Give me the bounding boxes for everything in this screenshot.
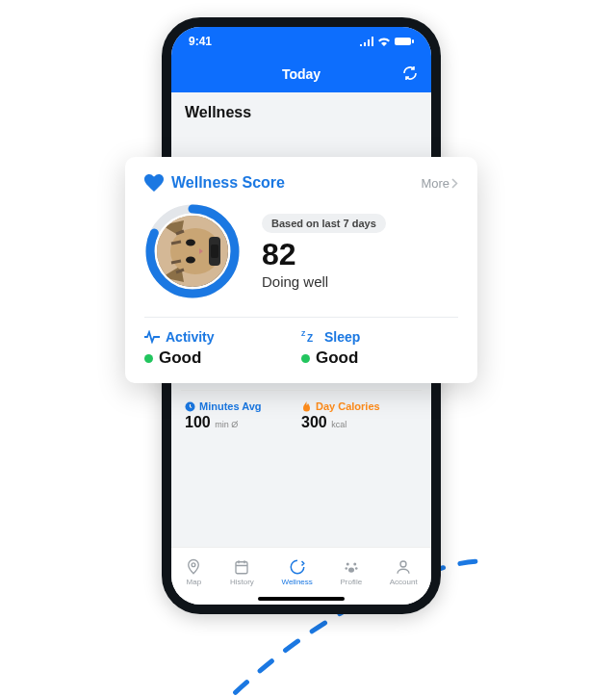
score-basis-pill: Based on last 7 days <box>262 214 386 233</box>
user-icon <box>395 558 412 576</box>
stat-label-text: Minutes Avg <box>199 400 262 412</box>
clock-icon <box>185 401 195 412</box>
refresh-icon[interactable] <box>402 65 418 81</box>
svg-point-5 <box>346 563 349 566</box>
score-value: 82 <box>262 239 386 270</box>
tab-profile[interactable]: Profile <box>340 558 362 586</box>
tab-label: History <box>230 578 254 586</box>
metric-value-text: Good <box>159 348 201 368</box>
chevron-right-icon <box>451 178 458 189</box>
tab-bar: Map History Wellness Profile Account <box>171 547 431 605</box>
more-button[interactable]: More <box>421 176 458 191</box>
stat-value-text: 300 <box>301 414 327 430</box>
divider <box>144 317 458 318</box>
card-title: Wellness Score <box>144 174 285 192</box>
nav-bar: Today <box>171 56 431 92</box>
score-text-block: Based on last 7 days 82 Doing well <box>262 214 386 290</box>
metric-label: Activity <box>166 329 215 345</box>
pet-avatar <box>157 216 228 287</box>
nav-title: Today <box>282 66 321 82</box>
stat-unit: kcal <box>331 420 346 429</box>
calendar-icon <box>233 558 250 576</box>
wifi-icon <box>377 37 391 46</box>
svg-rect-4 <box>236 562 247 574</box>
more-label: More <box>421 176 449 191</box>
svg-rect-0 <box>395 38 411 45</box>
wellness-icon <box>289 558 306 576</box>
metric-sleep[interactable]: ZZ Sleep Good <box>301 329 458 368</box>
tab-label: Wellness <box>281 578 312 586</box>
svg-rect-18 <box>211 245 218 258</box>
tab-history[interactable]: History <box>230 558 254 586</box>
tab-map[interactable]: Map <box>185 558 202 586</box>
score-status: Doing well <box>262 273 386 290</box>
tab-label: Map <box>187 578 202 586</box>
stat-label-text: Day Calories <box>316 400 380 412</box>
svg-point-3 <box>192 563 195 567</box>
stat-row: Minutes Avg 100 min Ø Day Calories 300 k… <box>181 390 422 437</box>
svg-point-15 <box>186 257 195 264</box>
stat-calories: Day Calories 300 kcal <box>301 400 418 431</box>
card-title-text: Wellness Score <box>171 174 285 192</box>
metric-value-text: Good <box>316 348 358 368</box>
score-ring <box>144 203 241 299</box>
metric-label: Sleep <box>324 329 360 345</box>
battery-icon <box>395 37 414 46</box>
stat-value-text: 100 <box>185 414 211 430</box>
map-pin-icon <box>185 558 202 576</box>
svg-rect-1 <box>412 39 414 43</box>
stat-minutes: Minutes Avg 100 min Ø <box>185 400 301 431</box>
status-time: 9:41 <box>189 35 212 48</box>
section-title: Wellness <box>171 92 431 129</box>
sleep-icon: ZZ <box>301 330 319 344</box>
tab-label: Account <box>390 578 418 586</box>
tab-account[interactable]: Account <box>390 558 418 586</box>
flame-icon <box>301 401 312 412</box>
heart-icon <box>144 174 164 192</box>
status-dot <box>301 354 310 363</box>
pulse-icon <box>144 330 160 344</box>
paw-icon <box>343 558 360 576</box>
svg-point-10 <box>400 561 406 567</box>
svg-point-9 <box>348 567 354 572</box>
stat-unit: min Ø <box>215 420 238 429</box>
metric-activity[interactable]: Activity Good <box>144 329 301 368</box>
status-dot <box>144 354 153 363</box>
svg-point-8 <box>355 567 358 570</box>
wellness-score-card: Wellness Score More <box>125 157 477 383</box>
tab-label: Profile <box>340 578 362 586</box>
tab-wellness[interactable]: Wellness <box>281 558 312 586</box>
svg-text:Z: Z <box>307 333 313 344</box>
status-bar: 9:41 <box>171 27 431 56</box>
svg-point-16 <box>186 240 195 246</box>
svg-point-6 <box>353 563 356 566</box>
signal-icon <box>360 37 373 46</box>
svg-point-7 <box>345 567 347 570</box>
home-indicator <box>258 597 345 601</box>
svg-text:Z: Z <box>301 330 306 337</box>
